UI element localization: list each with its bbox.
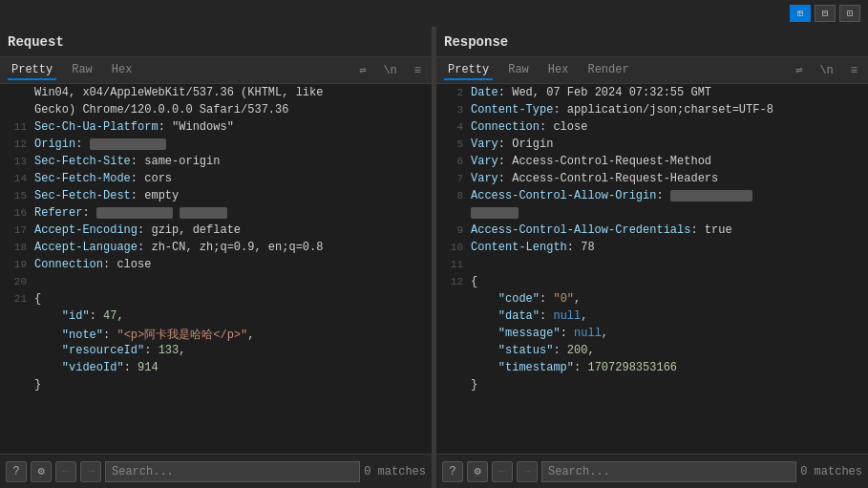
horizontal-view-button[interactable]: ⊟ — [815, 5, 836, 22]
bottom-bar: ? ⚙ ← → 0 matches ? ⚙ ← → 0 matches — [0, 454, 868, 488]
response-bottom-bar: ? ⚙ ← → 0 matches — [436, 455, 868, 488]
response-search-input[interactable] — [541, 461, 796, 482]
line: 11 — [436, 258, 868, 275]
top-bar: ⊞ ⊟ ⊡ — [0, 0, 868, 27]
request-header: Request — [0, 27, 432, 57]
line: "resourceId": 133, — [0, 344, 432, 361]
request-menu-icon[interactable]: ≡ — [412, 62, 424, 79]
line: 4 Connection: close — [436, 120, 868, 138]
response-transfer-icon[interactable]: ⇌ — [793, 61, 805, 79]
line: } — [0, 378, 432, 395]
line: "timestamp": 1707298353166 — [436, 361, 868, 378]
line: 5 Vary: Origin — [436, 138, 868, 155]
line: 10 Content-Length: 78 — [436, 241, 868, 258]
main-panels: Request Pretty Raw Hex ⇌ \n ≡ Win04, x04… — [0, 27, 868, 454]
line: 7 Vary: Access-Control-Request-Headers — [436, 172, 868, 189]
response-menu-icon[interactable]: ≡ — [848, 62, 860, 79]
response-header: Response — [436, 27, 868, 57]
tab-response-pretty[interactable]: Pretty — [444, 61, 493, 80]
response-matches-count: 0 matches — [800, 465, 862, 478]
line: "videoId": 914 — [0, 361, 432, 378]
line: } — [436, 378, 868, 395]
request-tab-bar: Pretty Raw Hex ⇌ \n ≡ — [0, 57, 432, 84]
line: "note": "<p>阿卡我是哈哈</p>", — [0, 327, 432, 344]
request-search-input[interactable] — [105, 461, 360, 482]
response-tab-bar: Pretty Raw Hex Render ⇌ \n ≡ — [436, 57, 868, 84]
tab-response-raw[interactable]: Raw — [504, 61, 533, 80]
line: 3 Content-Type: application/json;charset… — [436, 103, 868, 120]
request-content[interactable]: Win04, x04/AppleWebKit/537.36 (KHTML, li… — [0, 84, 432, 454]
line: 16 Referer: — [0, 206, 432, 223]
request-settings-button[interactable]: ⚙ — [31, 461, 52, 482]
request-matches-count: 0 matches — [364, 465, 426, 478]
tab-request-pretty[interactable]: Pretty — [8, 61, 56, 80]
line: Gecko) Chrome/120.0.0.0 Safari/537.36 — [0, 103, 432, 120]
line — [436, 206, 868, 223]
line: 12 Origin: — [0, 138, 432, 155]
response-settings-button[interactable]: ⚙ — [467, 461, 488, 482]
line: 18 Accept-Language: zh-CN, zh;q=0.9, en;… — [0, 241, 432, 258]
request-transfer-icon[interactable]: ⇌ — [356, 61, 369, 79]
line: 9 Access-Control-Allow-Credentials: true — [436, 223, 868, 241]
response-panel: Response Pretty Raw Hex Render ⇌ \n ≡ 2 … — [436, 27, 868, 454]
line: Win04, x04/AppleWebKit/537.36 (KHTML, li… — [0, 86, 432, 103]
request-bottom-bar: ? ⚙ ← → 0 matches — [0, 455, 433, 488]
line: 12 { — [436, 275, 868, 292]
line: 13 Sec-Fetch-Site: same-origin — [0, 155, 432, 172]
response-help-button[interactable]: ? — [442, 461, 463, 482]
request-prev-button[interactable]: ← — [55, 461, 76, 482]
line: 20 — [0, 275, 432, 292]
response-newline-icon[interactable]: \n — [816, 62, 836, 79]
response-next-button[interactable]: → — [517, 461, 538, 482]
line: "code": "0", — [436, 292, 868, 309]
tab-request-raw[interactable]: Raw — [68, 61, 96, 80]
line: 8 Access-Control-Allow-Origin: — [436, 189, 868, 206]
line: 15 Sec-Fetch-Dest: empty — [0, 189, 432, 206]
line: "id": 47, — [0, 309, 432, 327]
response-title: Response — [444, 34, 508, 50]
tab-response-render[interactable]: Render — [583, 61, 632, 80]
request-help-button[interactable]: ? — [6, 461, 27, 482]
response-prev-button[interactable]: ← — [492, 461, 513, 482]
response-content[interactable]: 2 Date: Wed, 07 Feb 2024 07:32:55 GMT 3 … — [436, 84, 868, 454]
line: 19 Connection: close — [0, 258, 432, 275]
request-newline-icon[interactable]: \n — [380, 62, 399, 79]
split-view-button[interactable]: ⊞ — [790, 5, 811, 22]
request-title: Request — [8, 34, 64, 50]
tab-request-hex[interactable]: Hex — [108, 61, 137, 80]
tab-response-hex[interactable]: Hex — [544, 61, 573, 80]
line: 14 Sec-Fetch-Mode: cors — [0, 172, 432, 189]
line: 17 Accept-Encoding: gzip, deflate — [0, 223, 432, 241]
line: "message": null, — [436, 327, 868, 344]
line: 11 Sec-Ch-Ua-Platform: "Windows" — [0, 120, 432, 138]
line: 21 { — [0, 292, 432, 309]
line: "status": 200, — [436, 344, 868, 361]
line: 6 Vary: Access-Control-Request-Method — [436, 155, 868, 172]
single-view-button[interactable]: ⊡ — [839, 5, 860, 22]
request-panel: Request Pretty Raw Hex ⇌ \n ≡ Win04, x04… — [0, 27, 433, 454]
line: "data": null, — [436, 309, 868, 327]
line: 2 Date: Wed, 07 Feb 2024 07:32:55 GMT — [436, 86, 868, 103]
request-next-button[interactable]: → — [80, 461, 101, 482]
